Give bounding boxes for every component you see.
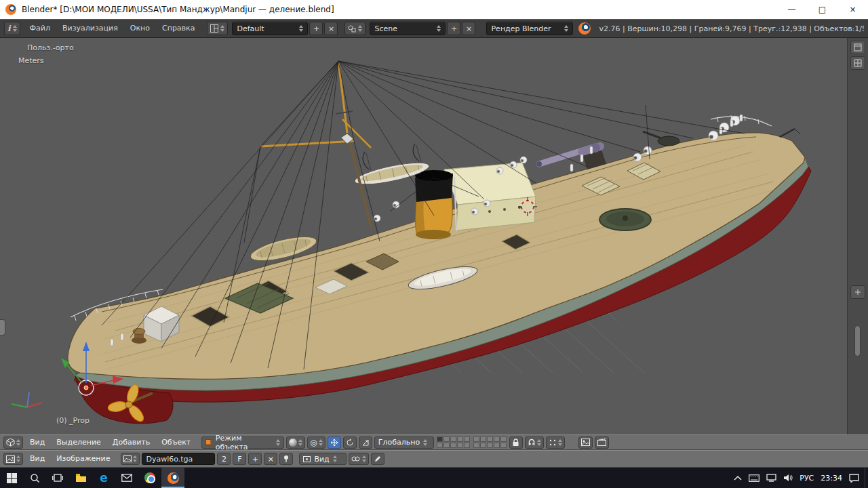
tray-expand-caret-icon[interactable] — [734, 475, 742, 481]
maximize-button[interactable]: □ — [807, 0, 837, 19]
search-icon — [30, 473, 40, 483]
screen-layout-browse-button[interactable] — [207, 22, 228, 35]
viewport-shading-dropdown[interactable] — [286, 436, 305, 449]
editor-type-button-image[interactable] — [3, 453, 23, 465]
blender-taskbar-button[interactable] — [161, 468, 184, 488]
opengl-render-image-button[interactable] — [578, 436, 593, 449]
scene-field[interactable]: Scene — [370, 22, 446, 35]
manipulator-scale-toggle[interactable] — [359, 436, 372, 449]
menu-file[interactable]: Файл — [24, 19, 56, 38]
channel-draw-dropdown[interactable] — [349, 453, 369, 465]
start-button[interactable] — [0, 468, 23, 488]
menu-window[interactable]: Окно — [125, 19, 155, 38]
file-explorer-button[interactable] — [69, 468, 92, 488]
v3d-menu-add[interactable]: Добавить — [108, 435, 155, 450]
pivot-point-dropdown[interactable]: ◎ — [307, 436, 325, 449]
viewport-scrollbar[interactable] — [854, 325, 861, 357]
v3d-menu-object[interactable]: Объект — [157, 435, 195, 450]
clock[interactable]: 23:34 — [821, 474, 842, 483]
mode-dropdown[interactable]: Режим объекта — [201, 436, 284, 449]
screen-layout-field[interactable]: Default — [232, 22, 308, 35]
v3d-menu-select[interactable]: Выделение — [52, 435, 106, 450]
translate-icon — [330, 439, 338, 447]
chrome-icon — [144, 472, 155, 483]
manipulator-rotate-toggle[interactable] — [343, 436, 357, 449]
layers-group-2[interactable] — [473, 436, 507, 448]
fake-user-button[interactable]: F — [233, 453, 246, 465]
viewport-row: Польз.-орто Meters (0) _Prop — [0, 38, 868, 434]
display-mode-dropdown[interactable]: Вид — [299, 453, 347, 465]
manipulator-translate-toggle[interactable] — [328, 436, 341, 449]
scene-add-button[interactable]: + — [447, 22, 460, 35]
layers-group-1[interactable] — [437, 436, 470, 448]
chevron-updown-icon — [362, 455, 366, 462]
minimize-button[interactable]: — — [776, 0, 807, 19]
editor-type-button-3dview[interactable] — [3, 436, 23, 449]
blender-window: Blender* [D:\МОИ МОДЕЛИ\USSA\Тип Манджур… — [0, 0, 868, 488]
edge-button[interactable]: e — [92, 468, 115, 488]
properties-region-strip — [847, 38, 868, 434]
chevron-updown-icon — [220, 25, 224, 32]
task-view-icon — [52, 473, 63, 483]
chevron-updown-icon — [299, 25, 303, 32]
scene-browse-button[interactable] — [344, 22, 366, 35]
scene-unlink-button[interactable]: × — [462, 22, 475, 35]
image-browse-button[interactable] — [121, 453, 140, 465]
show-desktop-button[interactable] — [865, 468, 868, 488]
grease-pencil-button[interactable] — [371, 453, 384, 465]
render-engine-field[interactable]: Рендер Blender — [486, 22, 573, 35]
img-menu-view[interactable]: Вид — [25, 451, 50, 466]
image-editor-header: Вид Изображение Dyawl6o.tga 2 F + × Вид — [0, 450, 868, 468]
image-name-value: Dyawl6o.tga — [146, 455, 193, 464]
close-button[interactable]: × — [837, 0, 868, 19]
image-new-button[interactable]: + — [248, 453, 262, 465]
action-center-icon[interactable] — [849, 474, 859, 483]
chevron-updown-icon — [16, 439, 20, 446]
img-menu-image[interactable]: Изображение — [52, 451, 115, 466]
funnel — [415, 170, 456, 239]
region-expand-icon[interactable] — [850, 41, 865, 54]
pivot-icon: ◎ — [310, 438, 317, 447]
v3d-menu-view[interactable]: Вид — [25, 435, 50, 450]
snap-toggle[interactable] — [525, 436, 544, 449]
transform-orientation-dropdown[interactable]: Глобально — [374, 436, 434, 449]
network-icon[interactable] — [766, 474, 776, 482]
task-view-button[interactable] — [46, 468, 69, 488]
layout-icon — [210, 24, 218, 33]
region-grid-icon[interactable] — [850, 56, 865, 70]
lock-to-scene-toggle[interactable] — [509, 436, 523, 449]
touch-keyboard-icon[interactable] — [749, 474, 760, 482]
image-unlink-button[interactable]: × — [264, 453, 277, 465]
volume-icon[interactable] — [783, 474, 793, 482]
editor-type-button-info[interactable]: i — [4, 22, 20, 35]
viewport-3d[interactable]: Польз.-орто Meters (0) _Prop — [0, 38, 847, 434]
display-mode-value: Вид — [314, 455, 329, 464]
search-button[interactable] — [23, 468, 46, 488]
image-users-count-button[interactable]: 2 — [217, 453, 231, 465]
image-name-field[interactable]: Dyawl6o.tga — [142, 453, 215, 465]
superstructure-casing — [444, 163, 536, 230]
menu-help[interactable]: Справка — [157, 19, 200, 38]
language-indicator[interactable]: РУС — [800, 474, 814, 483]
chevron-updown-icon — [437, 25, 441, 32]
layout-unlink-button[interactable]: × — [324, 22, 338, 35]
channels-icon — [351, 455, 361, 462]
opengl-render-anim-button[interactable] — [595, 436, 609, 449]
render-anim-icon — [597, 439, 606, 446]
layout-add-button[interactable]: + — [309, 22, 323, 35]
aft-gun-tub — [599, 209, 651, 230]
chevron-updown-icon — [13, 25, 17, 32]
chrome-button[interactable] — [138, 468, 161, 488]
viewport-canvas[interactable] — [0, 38, 847, 434]
mail-button[interactable] — [115, 468, 138, 488]
view-mode-icon — [303, 456, 311, 462]
toolshelf-expand-tab[interactable] — [0, 319, 5, 336]
menu-render[interactable]: Визуализация — [57, 19, 123, 38]
shading-sphere-icon — [289, 439, 297, 447]
image-pin-button[interactable] — [279, 453, 293, 465]
snap-element-dropdown[interactable] — [546, 436, 565, 449]
region-toggle-icon[interactable] — [850, 285, 865, 299]
title-bar: Blender* [D:\МОИ МОДЕЛИ\USSA\Тип Манджур… — [0, 0, 868, 19]
scene-icon — [348, 24, 356, 33]
chevron-updown-icon — [298, 439, 302, 446]
